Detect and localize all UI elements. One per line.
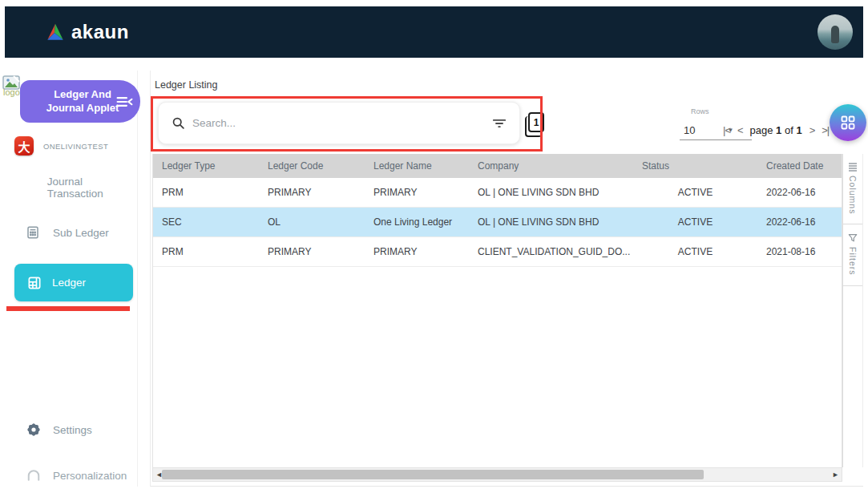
table-cell: PRM	[153, 246, 259, 257]
brand-triangle-icon	[45, 22, 66, 42]
filter-funnel-icon	[848, 233, 858, 243]
tab-filters[interactable]: Filters	[843, 224, 862, 286]
tenant-app-icon: 大	[14, 136, 34, 156]
prev-page-button[interactable]: <	[737, 124, 743, 136]
columns-icon	[848, 163, 858, 172]
sidebar-item-label: Journal Transaction	[47, 176, 137, 200]
table-row[interactable]: PRMPRIMARYPRIMARYOL | ONE LIVING SDN BHD…	[153, 178, 842, 208]
page-title: Ledger Listing	[155, 79, 218, 91]
sidebar-item-label: Ledger	[52, 277, 86, 289]
sidebar-item-personalization[interactable]: Personalization	[26, 467, 127, 483]
sidebar-collapse-icon[interactable]	[116, 95, 133, 108]
tenant-row[interactable]: 大 ONELIVINGTEST	[14, 136, 108, 156]
column-header-ledger-name[interactable]: Ledger Name	[365, 160, 469, 172]
table-cell: SEC	[153, 216, 259, 228]
sidebar-item-label: Settings	[53, 424, 92, 436]
applet-title: Ledger And Journal Applet	[42, 88, 123, 115]
brand-name: akaun	[71, 21, 129, 43]
sidebar-item-settings[interactable]: Settings	[26, 422, 92, 438]
sidebar-item-label: Sub Ledger	[53, 227, 109, 239]
top-bar: akaun	[5, 6, 863, 58]
page-count-value: 1	[534, 117, 539, 128]
next-page-button[interactable]: >	[809, 124, 815, 136]
annotation-underline	[6, 306, 130, 311]
table-cell: ACTIVE	[633, 246, 757, 257]
divider	[843, 224, 862, 224]
table-header-row: Ledger Type Ledger Code Ledger Name Comp…	[153, 154, 842, 178]
grid-icon	[840, 115, 856, 131]
page-count-badge[interactable]: 1	[528, 112, 544, 132]
column-header-company[interactable]: Company	[469, 160, 633, 172]
settings-gear-icon	[26, 422, 42, 438]
table-cell: OL | ONE LIVING SDN BHD	[469, 216, 633, 228]
table-cell: CLIENT_VALIDATION_GUID_DO...	[469, 246, 633, 257]
headphones-icon	[26, 467, 42, 483]
scrollbar-thumb[interactable]	[162, 470, 704, 479]
table-cell: PRIMARY	[365, 246, 469, 257]
table-cell: 2022-06-16	[757, 187, 842, 198]
column-header-status[interactable]: Status	[633, 160, 757, 172]
last-page-button[interactable]: >|	[822, 124, 829, 136]
search-input[interactable]	[192, 117, 492, 129]
ledger-icon	[26, 275, 42, 291]
app-window: akaun logo Ledger And Journal Applet	[0, 0, 868, 493]
ledger-table: Ledger Type Ledger Code Ledger Name Comp…	[152, 154, 842, 467]
brand-logo[interactable]: akaun	[45, 21, 129, 43]
table-row[interactable]: SECOLOne Living LedgerOL | ONE LIVING SD…	[153, 208, 842, 237]
page-indicator: page 1 of 1	[750, 124, 802, 136]
search-bar	[158, 102, 520, 144]
filter-lines-icon[interactable]	[492, 118, 507, 129]
table-cell: OL	[259, 216, 365, 228]
column-header-ledger-type[interactable]: Ledger Type	[153, 160, 259, 172]
table-cell: ACTIVE	[633, 216, 757, 228]
rows-per-page-label: Rows	[691, 107, 709, 115]
user-avatar[interactable]	[818, 14, 853, 50]
scroll-right-arrow-icon[interactable]: ►	[832, 471, 839, 479]
tab-filters-label: Filters	[848, 247, 858, 276]
table-cell: 2021-08-16	[757, 246, 842, 257]
table-row[interactable]: PRMPRIMARYPRIMARYCLIENT_VALIDATION_GUID_…	[153, 237, 842, 267]
table-cell: PRIMARY	[365, 187, 469, 198]
search-icon	[172, 116, 185, 130]
sidebar-item-sub-ledger[interactable]: Sub Ledger	[26, 225, 109, 240]
table-cell: PRM	[153, 187, 259, 198]
sidebar-item-ledger-active[interactable]: Ledger	[14, 264, 133, 301]
column-header-ledger-code[interactable]: Ledger Code	[259, 160, 365, 172]
divider	[843, 285, 862, 286]
sub-ledger-icon	[26, 225, 40, 240]
tab-columns[interactable]: Columns	[843, 154, 862, 224]
tenant-name: ONELIVINGTEST	[43, 142, 108, 151]
rows-per-page-value: 10	[684, 124, 695, 136]
first-page-button[interactable]: |<	[723, 124, 730, 136]
table-cell: PRIMARY	[259, 246, 365, 257]
horizontal-scrollbar[interactable]: ◄ ►	[152, 467, 842, 482]
sidebar-item-label: Personalization	[53, 470, 127, 482]
sidebar-item-journal-transaction[interactable]: Journal Transaction	[29, 176, 137, 200]
table-cell: 2022-06-16	[757, 216, 842, 228]
tab-columns-label: Columns	[848, 176, 858, 214]
table-cell: OL | ONE LIVING SDN BHD	[469, 187, 633, 198]
table-body: PRMPRIMARYPRIMARYOL | ONE LIVING SDN BHD…	[153, 178, 842, 267]
table-cell: ACTIVE	[633, 187, 757, 198]
main-content: Ledger Listing 1 Rows 10	[150, 71, 863, 487]
table-side-panel: Columns Filters	[842, 154, 863, 467]
grid-view-button[interactable]	[830, 104, 866, 141]
table-cell: One Living Ledger	[365, 216, 469, 228]
table-cell: PRIMARY	[259, 187, 365, 198]
sidebar: logo Ledger And Journal Applet 大 ONELIVI…	[5, 71, 138, 487]
applet-header: Ledger And Journal Applet	[20, 80, 140, 123]
pagination: |< < page 1 of 1 > >|	[723, 124, 829, 136]
column-header-created-date[interactable]: Created Date	[757, 160, 842, 172]
